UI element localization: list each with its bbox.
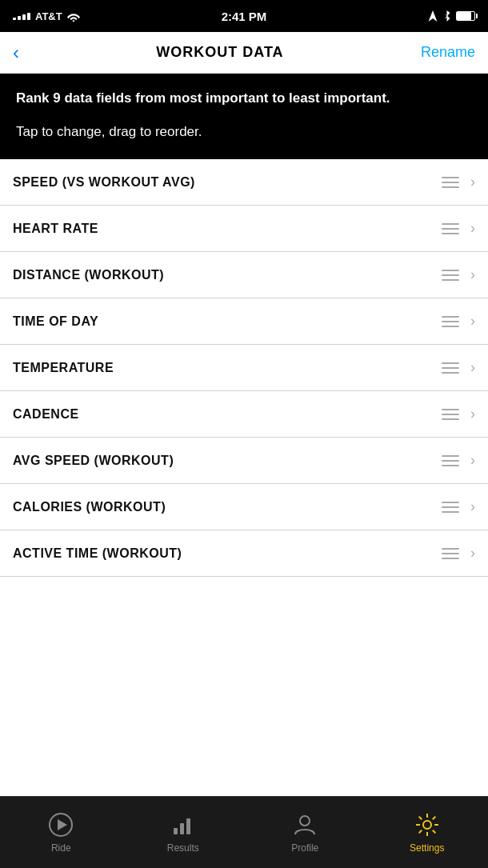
svg-line-12 <box>433 830 436 833</box>
instruction-main-text: Rank 9 data fields from most important t… <box>16 88 472 109</box>
status-right <box>428 10 475 22</box>
field-label: DISTANCE (WORKOUT) <box>13 268 164 282</box>
carrier-label: AT&T <box>35 10 62 22</box>
list-item[interactable]: TIME OF DAY › <box>0 298 488 345</box>
profile-icon <box>292 812 318 838</box>
nav-bar: ‹ WORKOUT DATA Rename <box>0 32 488 74</box>
item-controls: › <box>442 545 475 562</box>
drag-handle-icon[interactable] <box>442 223 459 234</box>
chevron-right-icon: › <box>470 313 475 330</box>
ride-tab-label: Ride <box>51 842 71 854</box>
field-label: CADENCE <box>13 407 79 422</box>
settings-icon <box>414 812 440 838</box>
battery-fill <box>457 12 471 20</box>
svg-line-14 <box>418 830 422 833</box>
page-title: WORKOUT DATA <box>156 44 283 61</box>
results-icon <box>170 812 196 838</box>
chevron-right-icon: › <box>470 266 475 283</box>
ride-tab-icon <box>48 812 74 838</box>
chevron-right-icon: › <box>470 452 475 469</box>
chevron-right-icon: › <box>470 498 475 515</box>
item-controls: › <box>442 174 475 190</box>
list-item[interactable]: SPEED (VS WORKOUT AVG) › <box>0 159 488 206</box>
chevron-right-icon: › <box>470 220 475 237</box>
svg-rect-4 <box>186 818 190 834</box>
status-time: 2:41 PM <box>222 10 267 23</box>
profile-tab-icon <box>292 812 318 838</box>
signal-bars-icon <box>13 13 30 20</box>
field-label: AVG SPEED (WORKOUT) <box>13 454 174 468</box>
settings-tab-icon <box>414 812 440 838</box>
list-item[interactable]: DISTANCE (WORKOUT) › <box>0 252 488 298</box>
instruction-banner: Rank 9 data fields from most important t… <box>0 74 488 159</box>
settings-tab-label: Settings <box>410 842 444 854</box>
drag-handle-icon[interactable] <box>442 316 459 327</box>
drag-handle-icon[interactable] <box>442 270 459 281</box>
chevron-right-icon: › <box>470 545 475 562</box>
item-controls: › <box>442 498 475 515</box>
list-item[interactable]: CALORIES (WORKOUT) › <box>0 484 488 530</box>
drag-handle-icon[interactable] <box>442 455 459 466</box>
drag-handle-icon[interactable] <box>442 177 459 188</box>
tab-ride[interactable]: Ride <box>0 812 122 854</box>
svg-point-5 <box>300 816 310 826</box>
svg-rect-2 <box>174 828 178 834</box>
svg-point-6 <box>423 821 431 829</box>
field-label: ACTIVE TIME (WORKOUT) <box>13 546 182 561</box>
list-item[interactable]: ACTIVE TIME (WORKOUT) › <box>0 530 488 577</box>
chevron-right-icon: › <box>470 174 475 190</box>
bluetooth-icon <box>442 10 451 22</box>
item-controls: › <box>442 406 475 422</box>
svg-rect-3 <box>180 823 184 834</box>
rename-button[interactable]: Rename <box>421 44 475 61</box>
chevron-right-icon: › <box>470 359 475 376</box>
field-label: CALORIES (WORKOUT) <box>13 500 166 514</box>
status-bar: AT&T 2:41 PM <box>0 0 488 32</box>
ride-icon <box>48 812 74 838</box>
drag-handle-icon[interactable] <box>442 548 459 559</box>
battery-icon <box>456 11 475 21</box>
wifi-icon <box>67 11 80 22</box>
tab-settings[interactable]: Settings <box>366 812 489 854</box>
item-controls: › <box>442 452 475 469</box>
field-label: TEMPERATURE <box>13 361 114 375</box>
chevron-right-icon: › <box>470 406 475 422</box>
item-controls: › <box>442 313 475 330</box>
tab-bar: Ride Results Profile <box>0 796 488 868</box>
list-item[interactable]: HEART RATE › <box>0 206 488 252</box>
tab-results[interactable]: Results <box>122 812 245 854</box>
list-item[interactable]: AVG SPEED (WORKOUT) › <box>0 438 488 484</box>
instruction-sub-text: Tap to change, drag to reorder. <box>16 122 472 142</box>
item-controls: › <box>442 220 475 237</box>
status-left: AT&T <box>13 10 80 22</box>
tab-profile[interactable]: Profile <box>244 812 366 854</box>
results-tab-label: Results <box>167 842 199 854</box>
svg-line-13 <box>433 816 436 819</box>
drag-handle-icon[interactable] <box>442 362 459 374</box>
item-controls: › <box>442 266 475 283</box>
drag-handle-icon[interactable] <box>442 502 459 513</box>
profile-tab-label: Profile <box>291 842 318 854</box>
results-tab-icon <box>170 812 196 838</box>
list-item[interactable]: CADENCE › <box>0 391 488 438</box>
svg-marker-1 <box>58 819 67 830</box>
back-button[interactable]: ‹ <box>13 42 19 64</box>
field-label: TIME OF DAY <box>13 314 98 329</box>
data-fields-list: SPEED (VS WORKOUT AVG) › HEART RATE › DI… <box>0 159 488 577</box>
location-icon <box>428 10 438 22</box>
field-label: HEART RATE <box>13 222 98 236</box>
field-label: SPEED (VS WORKOUT AVG) <box>13 175 195 190</box>
item-controls: › <box>442 359 475 376</box>
drag-handle-icon[interactable] <box>442 409 459 420</box>
list-item[interactable]: TEMPERATURE › <box>0 345 488 391</box>
svg-line-11 <box>418 816 422 819</box>
